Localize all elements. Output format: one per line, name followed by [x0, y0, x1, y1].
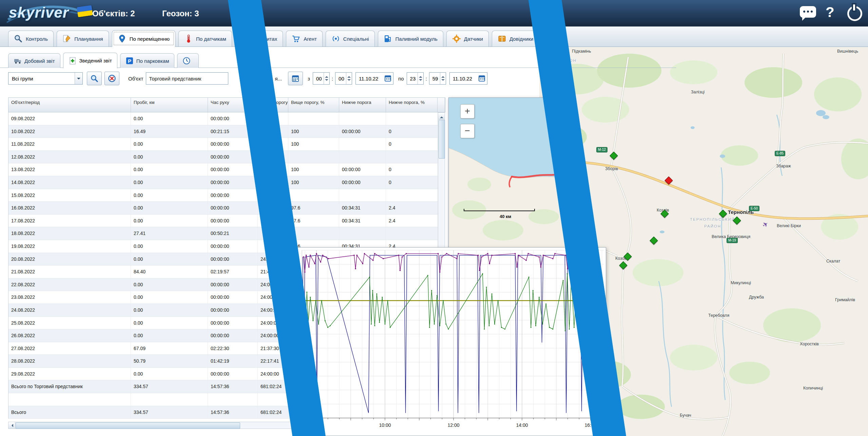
sub-tab-1[interactable]: Зведений звіт [63, 53, 117, 68]
table-cell: 00:00:00 [339, 125, 386, 138]
scrollbar-thumb[interactable] [16, 422, 240, 429]
table-cell: 21.08.2022 [8, 266, 131, 278]
cancel-button[interactable] [104, 72, 119, 85]
ukraine-flag-icon [77, 5, 93, 17]
table-cell: 0 [386, 125, 438, 138]
column-header[interactable]: Вище порогу, % [288, 98, 339, 112]
road-badge: Е-50 [749, 206, 759, 211]
table-cell: 0.00 [131, 215, 208, 227]
stepper-arrows-icon[interactable] [418, 73, 423, 84]
to-label: по [398, 76, 404, 81]
table-cell: 02:19:57 [208, 266, 258, 278]
table-cell: 681:02:24 [258, 406, 288, 419]
table-cell: 00:00:00 [208, 176, 258, 189]
stepper-arrows-icon[interactable] [324, 73, 329, 84]
from-date-field[interactable]: 11.10.22 [355, 72, 393, 85]
column-header[interactable]: Нижче порога, % [386, 98, 438, 112]
table-row[interactable]: 16.08.20220.0000:00:0097.600:34:312.4 [8, 202, 438, 215]
main-tab-6[interactable]: Спеціальні [326, 31, 375, 47]
x-axis-label: 14:00 [516, 422, 528, 428]
column-header[interactable]: Пробіг, км [131, 98, 208, 112]
tab-label: По датчикам [196, 36, 226, 42]
table-cell: 00:00:00 [208, 215, 258, 227]
fuel-icon [384, 34, 392, 43]
sub-tab-2[interactable]: PПо парковкам [120, 53, 175, 68]
table-cell: 00:34:31 [339, 215, 386, 227]
table-cell: 16.49 [131, 125, 208, 138]
table-row[interactable]: 13.08.20220.0000:00:0010000:00:000 [8, 163, 438, 176]
table-row[interactable]: 09.08.20220.0000:00:00 [8, 112, 438, 125]
main-tab-5[interactable]: Агент [286, 31, 323, 47]
object-input[interactable] [146, 72, 228, 85]
scroll-left-icon[interactable] [8, 422, 15, 429]
zoom-in-button[interactable]: + [460, 104, 475, 119]
stepper-arrows-icon[interactable] [440, 73, 446, 84]
table-cell: 22.08.2022 [8, 278, 131, 291]
scroll-up-icon[interactable] [438, 113, 445, 120]
table-cell: 681:02:24 [258, 380, 288, 393]
table-row[interactable]: 17.08.20220.0000:00:0097.600:34:312.4 [8, 215, 438, 228]
map-label: ТЕРНОПІЛЬСЬКИЙ [690, 217, 735, 221]
to-date-value: 11.10.22 [453, 76, 472, 81]
table-cell: 00:00:00 [208, 291, 258, 304]
table-cell: 10.08.2022 [8, 125, 131, 138]
main-tab-1[interactable]: Планування [57, 31, 109, 47]
table-cell: 0.00 [131, 240, 208, 253]
tab-label: Агент [304, 36, 317, 42]
main-tab-0[interactable]: Контроль [8, 31, 54, 47]
main-tab-3[interactable]: По датчикам [178, 31, 232, 47]
table-row[interactable]: 11.08.20220.0000:00:001000 [8, 138, 438, 151]
table-cell [288, 151, 339, 163]
main-tab-2[interactable]: По переміщенню [112, 30, 175, 47]
map-label: Микулинці [731, 280, 751, 285]
table-cell: 19.08.2022 [8, 240, 131, 253]
column-header[interactable]: Нижче порога [339, 98, 386, 112]
table-row[interactable]: 10.08.202216.4900:21:1510000:00:000 [8, 125, 438, 138]
from-minute-stepper[interactable]: 00 [335, 72, 352, 85]
table-row[interactable]: 15.08.20220.0000:00:00 [8, 189, 438, 202]
sub-tab-3[interactable] [177, 53, 199, 68]
map-label: Гримайлів [835, 297, 855, 302]
table-cell: 11.08.2022 [8, 138, 131, 150]
main-tab-9[interactable]: Довідники [492, 31, 539, 47]
scrollbar-thumb[interactable] [439, 120, 445, 159]
magnifier-icon [14, 34, 23, 43]
from-date-value: 11.10.22 [359, 76, 378, 81]
power-icon[interactable] [847, 6, 862, 21]
table-cell: 100 [288, 163, 339, 176]
table-cell: 0.00 [131, 329, 208, 342]
sub-tab-0[interactable]: Добовий звіт [8, 53, 60, 68]
main-tab-8[interactable]: Датчики [446, 31, 489, 47]
objects-counter: Об'єктів: 2 [92, 9, 135, 18]
table-cell: 00:00:00 [339, 176, 386, 189]
gear-icon [452, 34, 461, 43]
to-minute-stepper[interactable]: 59 [429, 72, 446, 85]
table-row[interactable]: 14.08.20220.0000:00:0010000:00:000 [8, 176, 438, 189]
to-date-field[interactable]: 11.10.22 [449, 72, 487, 85]
table-cell: 100 [288, 138, 339, 150]
stepper-arrows-icon[interactable] [346, 73, 352, 84]
table-cell: 67.09 [131, 342, 208, 355]
group-select[interactable]: Всі групи [8, 72, 83, 85]
column-header[interactable]: Об'єкт/період [8, 98, 131, 112]
table-cell: 100 [288, 125, 339, 138]
table-row[interactable]: 12.08.20220.0000:00:00 [8, 151, 438, 164]
map-label: Скалат [826, 259, 840, 264]
help-icon[interactable]: ? [826, 4, 834, 20]
table-cell [258, 393, 288, 406]
table-cell: 18.08.2022 [8, 227, 131, 240]
zoom-out-button[interactable]: − [460, 124, 475, 138]
calendar-button[interactable] [288, 72, 303, 85]
chat-icon[interactable] [800, 6, 816, 18]
skyriver-logo: skyriver [7, 2, 85, 24]
table-cell: 14.08.2022 [8, 176, 131, 189]
to-hour-stepper[interactable]: 23 [407, 72, 424, 85]
table-row[interactable]: 18.08.202227.4100:50:21 [8, 227, 438, 240]
main-tab-7[interactable]: Паливний модуль [378, 31, 443, 47]
from-hour-stepper[interactable]: 00 [313, 72, 330, 85]
search-button[interactable] [87, 72, 102, 85]
table-cell: 84.40 [131, 266, 208, 278]
table-cell: 00:00:00 [339, 163, 386, 176]
table-cell: 12.08.2022 [8, 151, 131, 163]
table-cell [339, 151, 386, 163]
